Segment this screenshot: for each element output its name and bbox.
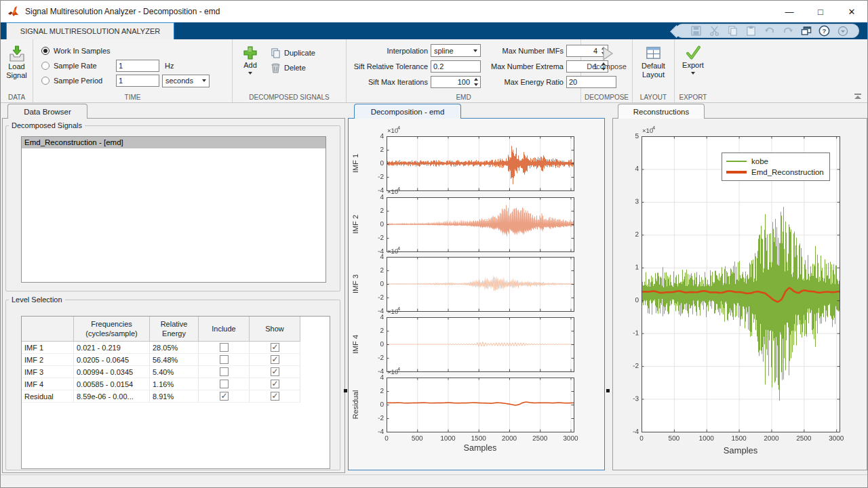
show-checkbox[interactable]: [271, 343, 279, 352]
tab-data-browser[interactable]: Data Browser: [7, 104, 87, 119]
toolstrip-tabbar: SIGNAL MULTIRESOLUTION ANALYZER ?: [1, 22, 867, 39]
period-unit-dropdown[interactable]: seconds: [162, 75, 210, 87]
dock-window-icon[interactable]: [800, 25, 812, 37]
include-checkbox[interactable]: [220, 355, 229, 364]
col-show: Show: [250, 317, 300, 342]
sample-period-radio-row[interactable]: Sample Period seconds: [41, 73, 228, 88]
col-frequencies: Frequencies(cycles/sample): [74, 317, 150, 342]
sift-max-iterations-spinner[interactable]: [431, 76, 481, 88]
data-browser-panel: Data Browser Decomposed Signals Emd_Reco…: [2, 104, 345, 473]
section-layout-label: LAYOUT: [633, 94, 674, 101]
tab-reconstructions[interactable]: Reconstructions: [618, 104, 705, 119]
level-selection-group-title: Level Selection: [9, 296, 65, 304]
add-icon: [242, 45, 258, 61]
paste-icon[interactable]: [745, 25, 757, 37]
decompose-button[interactable]: Decompose: [585, 43, 628, 73]
level-selection-group: Level Selection Frequencies(cycles/sampl…: [5, 296, 340, 470]
list-item[interactable]: Emd_Reconstruction - [emd]: [22, 137, 326, 148]
table-row: IMF 2 0.0205 - 0.0645 56.48%: [22, 354, 330, 366]
section-export: Export EXPORT: [675, 39, 711, 102]
export-button[interactable]: Export: [679, 43, 707, 76]
show-checkbox[interactable]: [271, 380, 279, 388]
collapse-toolstrip-button[interactable]: [854, 94, 862, 100]
include-checkbox[interactable]: [220, 367, 229, 376]
work-in-samples-radio[interactable]: [41, 47, 50, 55]
copy-icon[interactable]: [727, 25, 738, 37]
include-checkbox[interactable]: [220, 380, 229, 388]
tab-decomposition-emd[interactable]: Decomposition - emd: [354, 104, 461, 119]
sample-rate-label: Sample Rate: [54, 62, 116, 70]
section-data: Load Signal DATA: [1, 39, 33, 102]
duplicate-button[interactable]: Duplicate: [271, 45, 315, 60]
close-button[interactable]: ✕: [836, 1, 867, 22]
cut-icon[interactable]: [709, 25, 720, 37]
section-emd: Interpolation spline Sift Relative Toler…: [347, 39, 581, 102]
export-label: Export: [682, 61, 704, 70]
load-signal-icon: [8, 45, 26, 62]
table-row: IMF 4 0.00585 - 0.0154 1.16%: [22, 378, 330, 390]
delete-icon: [271, 63, 281, 73]
redo-icon[interactable]: [782, 25, 793, 37]
decomposition-body: [348, 118, 605, 470]
work-in-samples-radio-row[interactable]: Work In Samples: [41, 43, 228, 58]
decomposed-signals-list[interactable]: Emd_Reconstruction - [emd]: [21, 136, 326, 283]
minimize-button[interactable]: —: [774, 1, 805, 22]
save-icon[interactable]: [690, 25, 702, 37]
reconstruction-line-swatch: [726, 171, 747, 174]
interpolation-dropdown[interactable]: spline: [431, 44, 481, 57]
sift-max-iterations-label: Sift Max Iterations: [349, 78, 428, 86]
sample-period-input[interactable]: [116, 75, 159, 87]
tab-signal-multiresolution-analyzer[interactable]: SIGNAL MULTIRESOLUTION ANALYZER: [6, 22, 174, 39]
decompose-label: Decompose: [587, 62, 627, 71]
show-checkbox[interactable]: [271, 367, 279, 376]
sample-rate-radio[interactable]: [41, 62, 50, 70]
matlab-logo-icon: [7, 6, 20, 17]
sift-relative-tolerance-input[interactable]: [431, 60, 481, 73]
left-splitter-handle[interactable]: [344, 389, 347, 392]
toolbar-options-icon[interactable]: [837, 25, 848, 37]
load-signal-button[interactable]: Load Signal: [5, 43, 28, 81]
spin-up-icon[interactable]: [474, 78, 478, 81]
add-button[interactable]: Add: [239, 43, 261, 76]
delete-button[interactable]: Delete: [271, 60, 315, 75]
show-checkbox[interactable]: [271, 355, 279, 364]
svg-text:?: ?: [823, 27, 827, 35]
section-export-label: EXPORT: [675, 94, 711, 101]
status-bar: [1, 474, 867, 487]
decomposition-panel: Decomposition - emd: [348, 104, 605, 470]
level-selection-table[interactable]: Frequencies(cycles/sample) RelativeEnerg…: [21, 316, 330, 469]
chevron-down-icon: [473, 49, 477, 52]
data-browser-body: Decomposed Signals Emd_Reconstruction - …: [2, 118, 345, 473]
chevron-down-icon: [202, 79, 206, 82]
max-number-extrema-label: Max Number Extrema: [484, 62, 564, 70]
section-data-label: DATA: [1, 94, 33, 101]
include-checkbox[interactable]: [220, 392, 229, 401]
maximize-button[interactable]: □: [805, 1, 836, 22]
export-icon: [685, 45, 702, 61]
max-number-imfs-label: Max Number IMFs: [484, 47, 564, 55]
help-icon[interactable]: ?: [818, 25, 830, 37]
titlebar: Signal Multiresolution Analyzer - Decomp…: [1, 1, 867, 22]
decomposition-chart[interactable]: [349, 119, 603, 468]
section-layout: Default Layout LAYOUT: [633, 39, 675, 102]
table-row: IMF 1 0.021 - 0.219 28.05%: [22, 342, 330, 354]
spin-down-icon[interactable]: [474, 83, 478, 86]
section-decompose-label: DECOMPOSE: [581, 94, 632, 101]
sample-period-radio[interactable]: [41, 77, 50, 85]
default-layout-button[interactable]: Default Layout: [637, 43, 670, 81]
toolstrip-filler: [711, 39, 867, 102]
section-decomposed-signals-label: DECOMPOSED SIGNALS: [233, 94, 346, 101]
decompose-icon: [598, 45, 616, 62]
sample-rate-radio-row[interactable]: Sample Rate Hz: [41, 58, 228, 73]
table-header-row: Frequencies(cycles/sample) RelativeEnerg…: [22, 317, 330, 342]
right-splitter-handle[interactable]: [606, 389, 610, 392]
duplicate-icon: [271, 48, 281, 58]
sample-rate-input[interactable]: [116, 60, 159, 72]
undo-icon[interactable]: [764, 25, 775, 37]
section-time-label: TIME: [33, 94, 232, 101]
show-checkbox[interactable]: [271, 392, 279, 401]
include-checkbox[interactable]: [220, 343, 229, 352]
toolstrip: Load Signal DATA Work In Samples Sample …: [1, 39, 867, 103]
decomposed-signals-group: Decomposed Signals Emd_Reconstruction - …: [5, 121, 340, 291]
legend-reconstruction-label: Emd_Reconstruction: [751, 168, 824, 176]
